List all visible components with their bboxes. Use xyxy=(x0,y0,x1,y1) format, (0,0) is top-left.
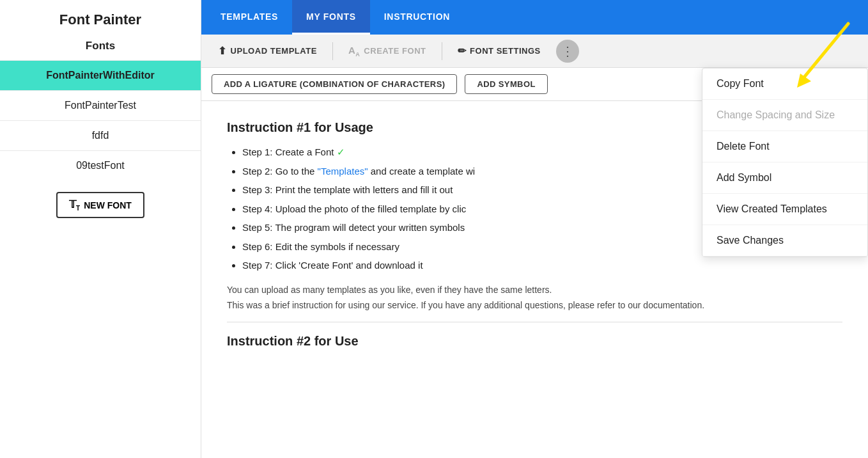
add-symbol-button[interactable]: ADD SYMBOL xyxy=(465,74,547,94)
create-font-icon: AA xyxy=(348,45,360,58)
toolbar: ⬆ UPLOAD TEMPLATE AA CREATE FONT ✏ FONT … xyxy=(201,35,868,68)
main-area: TEMPLATES MY FONTS INSTRUCTION ⬆ UPLOAD … xyxy=(201,0,868,458)
dropdown-menu: Copy Font Change Spacing and Size Delete… xyxy=(702,68,868,257)
sidebar-item-fontpainterwith editor[interactable]: FontPainterWithEditor xyxy=(0,60,201,90)
upload-template-button[interactable]: ⬆ UPLOAD TEMPLATE xyxy=(212,41,323,61)
step-7: Step 7: Click 'Create Font' and download… xyxy=(242,258,842,273)
more-options-button[interactable]: ⋮ xyxy=(556,40,579,63)
check-icon: ✓ xyxy=(337,146,345,157)
more-dots-icon: ⋮ xyxy=(561,43,574,59)
content-divider xyxy=(227,322,842,322)
create-font-button[interactable]: AA CREATE FONT xyxy=(342,41,433,61)
pencil-icon: ✏ xyxy=(458,45,467,57)
tab-instruction[interactable]: INSTRUCTION xyxy=(370,0,464,35)
note-2: This was a brief instruction for using o… xyxy=(227,300,842,310)
top-navigation: TEMPLATES MY FONTS INSTRUCTION xyxy=(201,0,868,35)
instruction2-title: Instruction #2 for Use xyxy=(227,334,842,349)
sidebar-item-fontpaintertest[interactable]: FontPainterTest xyxy=(0,90,201,120)
add-ligature-button[interactable]: ADD A LIGATURE (COMBINATION OF CHARACTER… xyxy=(212,74,457,94)
upload-icon: ⬆ xyxy=(218,45,227,57)
font-settings-button[interactable]: ✏ FONT SETTINGS xyxy=(451,41,547,61)
dropdown-item-save-changes[interactable]: Save Changes xyxy=(702,225,867,257)
dropdown-item-change-spacing: Change Spacing and Size xyxy=(702,100,867,131)
dropdown-item-add-symbol[interactable]: Add Symbol xyxy=(702,162,867,194)
sidebar-item-fdfd[interactable]: fdfd xyxy=(0,120,201,150)
toolbar-wrapper: ⬆ UPLOAD TEMPLATE AA CREATE FONT ✏ FONT … xyxy=(201,35,868,68)
dropdown-item-view-created-templates[interactable]: View Created Templates xyxy=(702,194,867,225)
toolbar-separator-1 xyxy=(332,42,333,60)
sidebar-item-09testfont[interactable]: 09testFont xyxy=(0,150,201,180)
note-1: You can upload as many templates as you … xyxy=(227,285,842,295)
new-font-icon: 𝕋T xyxy=(69,198,80,212)
dropdown-item-copy-font[interactable]: Copy Font xyxy=(702,68,867,100)
tab-templates[interactable]: TEMPLATES xyxy=(206,0,292,35)
sidebar: Font Painter Fonts FontPainterWithEditor… xyxy=(0,0,201,458)
fonts-label: Fonts xyxy=(0,36,201,60)
new-font-button[interactable]: 𝕋T NEW FONT xyxy=(56,192,144,218)
app-title: Font Painter xyxy=(0,0,201,36)
dropdown-item-delete-font[interactable]: Delete Font xyxy=(702,131,867,162)
tab-my-fonts[interactable]: MY FONTS xyxy=(292,0,370,35)
toolbar-separator-2 xyxy=(442,42,442,60)
